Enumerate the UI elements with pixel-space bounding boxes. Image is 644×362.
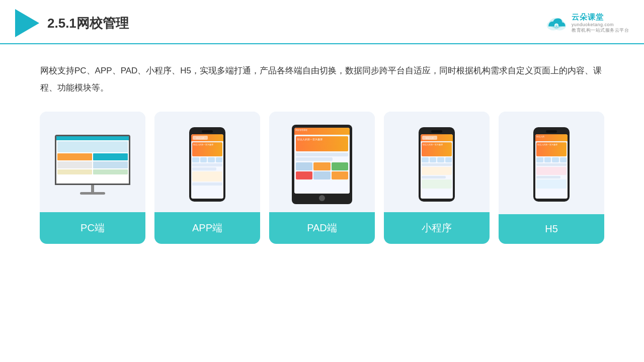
card-pad-label: PAD端: [269, 212, 375, 244]
description-text: 网校支持PC、APP、PAD、小程序、H5，实现多端打通，产品各终端自由切换，数…: [0, 44, 644, 107]
page-header: 2.5.1网校管理 云 云朵课堂 yunduoketang.com 教育机构一站…: [0, 0, 644, 44]
logo-triangle-icon: [15, 9, 39, 37]
card-pc: PC端: [40, 112, 145, 244]
card-pad: 网校管理课程 职达人的第一堂兴趣课: [269, 112, 375, 244]
card-h5-image: 职达人的 职达人的第一堂兴趣课: [499, 112, 604, 212]
card-h5-label: H5: [499, 214, 604, 244]
brand-url: yunduoketang.com: [572, 22, 614, 27]
card-pc-image: [40, 112, 145, 212]
card-pad-image: 网校管理课程 职达人的第一堂兴趣课: [269, 112, 375, 212]
brand-name: 云朵课堂: [572, 13, 604, 22]
app-phone-icon: 职达人的 职达人的第一堂兴趣课: [189, 127, 225, 202]
header-left: 2.5.1网校管理: [15, 9, 129, 37]
page-title: 2.5.1网校管理: [47, 15, 129, 32]
description-paragraph: 网校支持PC、APP、PAD、小程序、H5，实现多端打通，产品各终端自由切换，数…: [40, 62, 604, 97]
h5-phone-icon: 职达人的 职达人的第一堂兴趣课: [533, 127, 570, 202]
card-miniapp-label: 小程序: [384, 212, 490, 244]
brand-logo: 云 云朵课堂 yunduoketang.com 教育机构一站式服务云平台: [544, 13, 629, 34]
header-right: 云 云朵课堂 yunduoketang.com 教育机构一站式服务云平台: [544, 13, 629, 34]
card-miniapp-image: 职达人的 职达人的第一堂兴趣课: [384, 112, 490, 212]
brand-text: 云朵课堂 yunduoketang.com 教育机构一站式服务云平台: [572, 13, 629, 34]
card-h5: 职达人的 职达人的第一堂兴趣课: [499, 112, 604, 244]
svg-text:云: 云: [555, 24, 558, 28]
card-app-label: APP端: [154, 212, 260, 244]
pc-monitor-icon: [55, 135, 130, 195]
card-app-image: 职达人的 职达人的第一堂兴趣课: [154, 112, 260, 212]
cloud-icon: 云: [544, 14, 569, 32]
card-pc-label: PC端: [40, 212, 145, 244]
card-miniapp: 职达人的 职达人的第一堂兴趣课: [384, 112, 490, 244]
cards-container: PC端 职达人的 职达人的第一堂兴趣课: [0, 107, 644, 254]
miniapp-phone-icon: 职达人的 职达人的第一堂兴趣课: [419, 127, 455, 202]
brand-tagline: 教育机构一站式服务云平台: [572, 27, 629, 34]
card-app: 职达人的 职达人的第一堂兴趣课: [154, 112, 260, 244]
pad-tablet-icon: 网校管理课程 职达人的第一堂兴趣课: [292, 125, 352, 204]
